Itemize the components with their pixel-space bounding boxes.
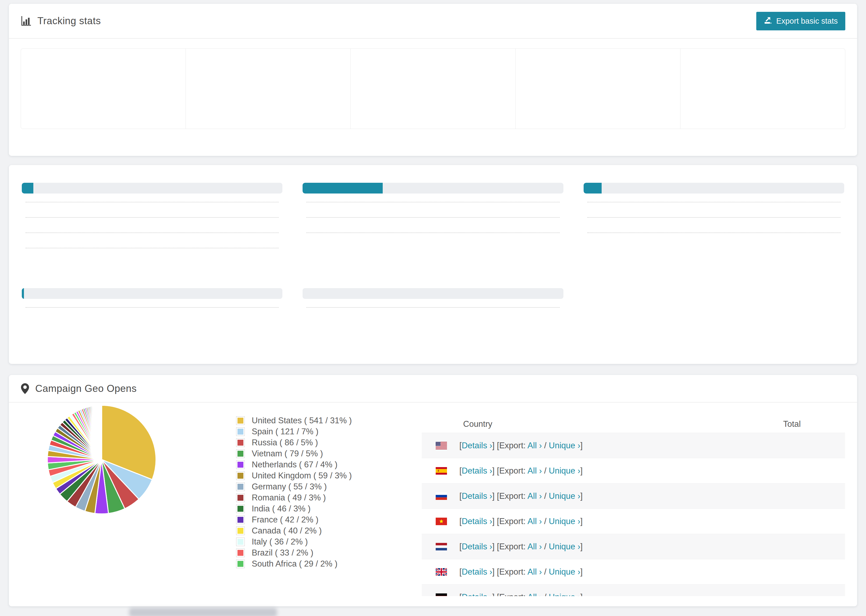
dotted-leader (306, 202, 559, 203)
geo-table-row-united-states: [Details ›] [Export: All › / Unique ›] (422, 433, 845, 458)
rate-detail-row (584, 219, 844, 234)
export-unique-link[interactable]: Unique › (549, 567, 580, 577)
legend-item-brazil: Brazil ( 33 / 2% ) (236, 547, 422, 558)
export-unique-link[interactable]: Unique › (549, 542, 580, 551)
legend-swatch (236, 460, 245, 469)
geo-header: Campaign Geo Opens (9, 375, 857, 402)
stat-box-bounces (680, 49, 845, 129)
stat-box-opens (21, 49, 186, 129)
rates-grid (22, 176, 844, 324)
legend-swatch (236, 482, 245, 491)
bar-chart-icon (21, 16, 31, 26)
rate-detail-row (302, 219, 563, 234)
geo-body: United States ( 541 / 31% )Spain ( 121 /… (9, 402, 857, 606)
campaign-geo-opens-card: Campaign Geo Opens United States ( 541 /… (9, 375, 857, 606)
map-pin-icon (21, 383, 29, 394)
details-link[interactable]: Details › (462, 592, 493, 596)
legend-label: France ( 42 / 2% ) (252, 515, 318, 525)
legend-item-vietnam: Vietnam ( 79 / 5% ) (236, 448, 422, 459)
progress-bar (22, 288, 282, 299)
legend-swatch (236, 427, 245, 436)
legend-swatch (236, 559, 245, 568)
rate-detail-row (584, 204, 844, 219)
legend-swatch (236, 526, 245, 535)
export-all-link[interactable]: All › (527, 592, 542, 596)
export-unique-link[interactable]: Unique › (549, 441, 580, 450)
legend-item-netherlands: Netherlands ( 67 / 4% ) (236, 459, 422, 470)
export-unique-link[interactable]: Unique › (549, 517, 580, 526)
rate-detail-row (584, 234, 844, 250)
progress-bar-fill (302, 183, 383, 193)
progress-bar (302, 183, 563, 193)
horizontal-scrollbar-thumb[interactable] (129, 608, 277, 616)
tracking-stats-card: Tracking stats Export basic stats (9, 4, 857, 156)
export-button-label: Export basic stats (776, 17, 838, 25)
dotted-leader (25, 233, 279, 233)
rate-detail-row (22, 309, 282, 324)
legend-label: Netherlands ( 67 / 4% ) (252, 460, 337, 470)
details-link[interactable]: Details › (462, 491, 493, 501)
country-cell: [Details ›] [Export: All › / Unique ›] (459, 517, 583, 526)
details-link[interactable]: Details › (462, 441, 493, 450)
legend-item-france: France ( 42 / 2% ) (236, 514, 422, 525)
dotted-leader (25, 217, 279, 218)
export-all-link[interactable]: All › (527, 491, 542, 501)
progress-bar-fill (22, 288, 24, 299)
geo-table-row-germany: [Details ›] [Export: All › / Unique ›] (422, 584, 845, 596)
dotted-leader (587, 202, 841, 203)
rate-detail-row (302, 204, 563, 219)
rate-detail-row (22, 204, 282, 219)
legend-item-united-kingdom: United Kingdom ( 59 / 3% ) (236, 470, 422, 481)
geo-table: Country Total [Details ›] [Export: All ›… (422, 415, 845, 596)
flag-icon-us (436, 442, 459, 449)
legend-swatch (236, 438, 245, 447)
legend-swatch (236, 493, 245, 502)
export-all-link[interactable]: All › (527, 567, 542, 577)
flag-icon-de (436, 593, 459, 596)
legend-item-india: India ( 46 / 3% ) (236, 503, 422, 514)
legend-label: Vietnam ( 79 / 5% ) (252, 449, 323, 459)
export-unique-link[interactable]: Unique › (549, 592, 580, 596)
details-link[interactable]: Details › (462, 466, 493, 475)
export-all-link[interactable]: All › (527, 517, 542, 526)
progress-bar (22, 183, 282, 193)
progress-bar-fill (22, 183, 33, 193)
details-link[interactable]: Details › (462, 567, 493, 577)
rate-detail-row (22, 234, 282, 250)
legend-item-united-states: United States ( 541 / 31% ) (236, 415, 422, 426)
rate-panel-complaints-rate (302, 281, 563, 324)
flag-icon-nl (436, 543, 459, 550)
country-column-header: Country (422, 419, 493, 429)
geo-table-header: Country Total (422, 415, 845, 433)
legend-label: Spain ( 121 / 7% ) (252, 427, 318, 437)
pie-legend: United States ( 541 / 31% )Spain ( 121 /… (236, 402, 422, 606)
export-unique-link[interactable]: Unique › (549, 466, 580, 475)
stat-box-clicks (186, 49, 351, 129)
legend-item-italy: Italy ( 36 / 2% ) (236, 536, 422, 547)
legend-swatch (236, 449, 245, 458)
dotted-leader (587, 233, 841, 233)
total-column-header: Total (783, 419, 845, 429)
legend-label: Brazil ( 33 / 2% ) (252, 548, 313, 558)
legend-label: India ( 46 / 3% ) (252, 504, 311, 514)
export-basic-stats-button[interactable]: Export basic stats (756, 12, 845, 30)
country-cell: [Details ›] [Export: All › / Unique ›] (459, 567, 583, 577)
dotted-leader (25, 307, 279, 308)
country-cell: [Details ›] [Export: All › / Unique ›] (459, 592, 583, 596)
geo-table-row-netherlands: [Details ›] [Export: All › / Unique ›] (422, 534, 845, 559)
legend-item-canada: Canada ( 40 / 2% ) (236, 525, 422, 536)
export-all-link[interactable]: All › (527, 441, 542, 450)
legend-label: Romania ( 49 / 3% ) (252, 493, 326, 503)
export-all-link[interactable]: All › (527, 466, 542, 475)
details-link[interactable]: Details › (462, 542, 493, 551)
legend-swatch (236, 504, 245, 513)
details-link[interactable]: Details › (462, 517, 493, 526)
progress-bar (302, 288, 563, 299)
export-all-link[interactable]: All › (527, 542, 542, 551)
export-unique-link[interactable]: Unique › (549, 491, 580, 501)
country-cell: [Details ›] [Export: All › / Unique ›] (459, 491, 583, 501)
legend-swatch (236, 548, 245, 557)
dotted-leader (306, 233, 559, 233)
rate-detail-row (302, 309, 563, 324)
pie-slice-other[interactable] (101, 405, 102, 460)
